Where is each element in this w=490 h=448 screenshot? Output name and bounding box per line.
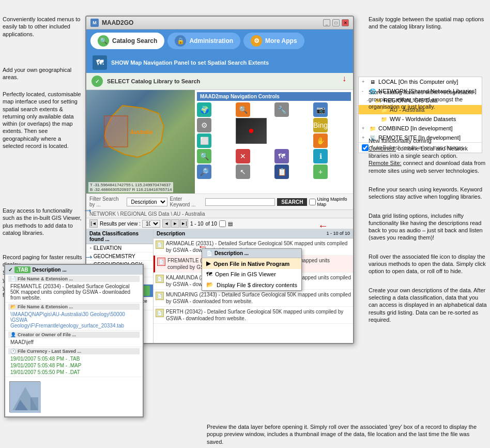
annotation-refine-search: Refine your search using keywords. Keywo… <box>369 186 487 201</box>
desc-mundaring: MUNDARING (21343) - Detailed Surface Geo… <box>166 291 351 305</box>
nav-btn-zoom-all[interactable]: 🔎 <box>197 165 211 179</box>
map-panel-icon: 🗺 <box>93 55 107 70</box>
nav-btn-puzzle[interactable]: 🔧 <box>274 102 289 117</box>
prev-page-button[interactable]: ◄ <box>162 219 171 228</box>
nav-btn-settings[interactable]: ⚙ <box>197 118 211 132</box>
app-title: MAAD2GO <box>102 19 133 26</box>
keyword-input[interactable] <box>205 198 275 206</box>
annotation-data-grid: Data grid listing options, includes nift… <box>369 212 487 242</box>
expand-local: + <box>362 79 367 84</box>
auto-refresh-checkbox[interactable] <box>362 144 369 151</box>
nav-btn-info[interactable]: ℹ <box>313 149 328 163</box>
tab-more-apps[interactable]: ⚙ More Apps <box>243 33 304 49</box>
results-per-view: Results per view : 10 25 50 <box>100 220 160 228</box>
tab-administration[interactable]: 🔒 Administration <box>167 33 240 49</box>
annotation-new-functionality: New functionality coming Combined: combi… <box>369 137 487 174</box>
class-geochemistry[interactable]: + GEOCHEMISTRY <box>86 252 153 261</box>
nav-btn-globe[interactable]: 🌍 <box>197 102 211 117</box>
detail-desc-value: FREMANTLE (20334) - Detailed Surface Geo… <box>8 283 140 301</box>
svg-rect-1 <box>104 116 128 147</box>
file-icon-perth: 📄 <box>156 309 164 317</box>
nav-btn-select[interactable]: ↖ <box>236 165 250 179</box>
detail-currency-label: 🕐 File Currency - Last Saved ... <box>8 348 140 354</box>
grid-option-checkbox[interactable] <box>219 220 226 227</box>
minimize-button[interactable]: _ <box>323 19 330 26</box>
results-header: |◄ Results per view : 10 25 50 ◄ ► ►| 1 … <box>86 218 353 229</box>
detail-tab-icon: ✓ <box>8 267 12 273</box>
more-apps-icon: ⚙ <box>251 35 262 47</box>
nav-btn-zoom-in[interactable]: 🔍 <box>197 149 211 163</box>
expand-remote: + <box>362 135 367 140</box>
nav-preview-image <box>236 118 267 144</box>
detail-filename-value: \\MAADQNAP\gis\AU-Australia\30 Geology\5… <box>8 311 140 329</box>
close-button[interactable]: ✕ <box>342 19 349 26</box>
annotation-toggle: Easily toggle between the spatial map op… <box>369 16 487 31</box>
nav-btn-bing[interactable]: Bing <box>313 118 328 132</box>
detail-preview-image <box>9 381 40 412</box>
open-gis-icon: 🗺 <box>206 271 212 277</box>
context-display-dir[interactable]: 📂 Display File $ directory contents <box>202 279 301 290</box>
detail-header-label: Description ... <box>33 267 67 273</box>
nav-btn-search[interactable]: 🔍 <box>236 102 250 117</box>
map-panel-label: SHOW Map Navigation Panel to set Spatial… <box>111 59 269 66</box>
next-page-button[interactable]: ► <box>171 219 179 228</box>
file-icon-fremantle: 📄 <box>157 258 165 266</box>
mapinfo-checkbox-area[interactable]: Using MapInfo Map <box>309 197 350 207</box>
search-button[interactable]: SEARCH <box>277 198 307 206</box>
main-content: Australia T -31.5964841742755 L 115.2499… <box>86 90 353 193</box>
map-background: Australia T -31.5964841742755 L 115.2499… <box>86 90 195 193</box>
maximize-button[interactable]: □ <box>332 19 340 26</box>
nav-btn-close-x[interactable]: ✕ <box>236 149 250 163</box>
nav-controls-grid: 🌍 🔍 🔧 📷 ⚙ Bing ⬜ ✋ 🔍 ✕ 🗺 <box>197 102 351 179</box>
context-menu-header: 📄 Description ... <box>202 249 301 258</box>
context-open-native[interactable]: ▶ Open File in Native Program <box>202 258 301 269</box>
tab-catalog-search[interactable]: 🔍 Catalog Search <box>90 33 164 49</box>
context-menu: 📄 Description ... ▶ Open File in Native … <box>202 248 302 291</box>
open-native-icon: ▶ <box>206 260 210 267</box>
classifications-header: Data Classifications found ... <box>86 229 153 244</box>
last-page-button[interactable]: ►| <box>180 219 188 228</box>
page-first-button[interactable]: |◄ <box>89 219 98 228</box>
filter-select[interactable]: Description <box>127 198 167 206</box>
nav-btn-zoom-box[interactable]: ⬜ <box>197 133 211 148</box>
detail-currency-section: 🕐 File Currency - Last Saved ... 19/01/2… <box>5 347 143 377</box>
annotation-map-interface: Perfectly located, customisable map inte… <box>3 91 83 150</box>
tab-catalog-label: Catalog Search <box>112 37 157 44</box>
nav-btn-hand[interactable]: ✋ <box>313 133 328 148</box>
right-annotations: Easily toggle between the spatial map op… <box>369 16 487 330</box>
results-per-view-select[interactable]: 10 25 50 <box>142 220 160 228</box>
class-geochemistry-label: GEOCHEMISTRY <box>94 253 135 259</box>
nav-btn-layers[interactable]: 📋 <box>274 165 289 179</box>
annotation-preview: Preview the data layer before opening it… <box>207 423 486 445</box>
select-catalog-label: SELECT Catalog Library to Search <box>107 78 200 84</box>
nav-btn-map[interactable]: 🗺 <box>274 149 289 163</box>
australia-svg: Australia <box>102 100 169 162</box>
nav-btn-add[interactable]: + <box>313 165 328 179</box>
title-bar-controls: _ □ ✕ <box>323 19 349 26</box>
detail-creator-section: 👤 Creator or Owner of File ... MAAD\jeff <box>5 331 143 347</box>
class-elevation[interactable]: + ELEVATION <box>86 244 153 252</box>
catalog-search-icon: 🔍 <box>98 35 109 47</box>
path-bar: NETWORK \ REGIONAL GIS Data \ AU - Austr… <box>86 210 353 218</box>
expand-combined: + <box>362 126 367 131</box>
map-panel-button[interactable]: 🗺 SHOW Map Navigation Panel to set Spati… <box>86 52 353 73</box>
page-range: 1 - 10 <box>190 221 204 227</box>
detail-tab-label: .TAB <box>14 266 30 273</box>
annotation-create-desc: Create your own descriptions of the data… <box>369 287 487 323</box>
pagination-arrows: ◄ ► ►| <box>162 219 188 228</box>
map-coordinates: T -31.5964841742755 L 115.249970474637 B… <box>88 182 173 192</box>
svg-text:Australia: Australia <box>130 129 152 135</box>
context-open-gis[interactable]: 🗺 Open File in GIS Viewer <box>202 269 301 279</box>
file-icon-armadale: 📄 <box>156 241 164 249</box>
page-total: of 10 <box>206 221 217 227</box>
desc-row-mundaring[interactable]: 📄 MUNDARING (21343) - Detailed Surface G… <box>154 290 353 307</box>
title-bar: M MAAD2GO _ □ ✕ <box>86 17 353 29</box>
desc-row-perth[interactable]: 📄 PERTH (20342) - Detailed Surface Geolo… <box>154 307 353 324</box>
nav-controls-title: MAAD2map Navigation Controls <box>197 92 351 101</box>
nav-btn-photo[interactable]: 📷 <box>313 102 328 117</box>
detail-date-1: 19/01/2007 5:05:48 PM - .TAB <box>8 355 140 362</box>
map-area[interactable]: Australia T -31.5964841742755 L 115.2499… <box>86 90 195 193</box>
detail-desc-label: 📄 File Name & Extension ... <box>8 276 140 282</box>
mapinfo-checkbox[interactable] <box>309 199 316 205</box>
expand-network: - <box>362 88 367 94</box>
